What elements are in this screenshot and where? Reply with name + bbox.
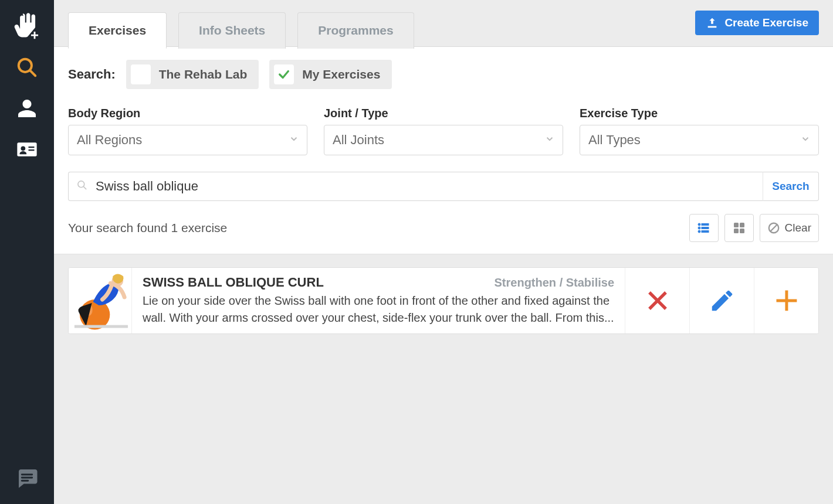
- clear-label: Clear: [785, 222, 811, 234]
- svg-rect-17: [702, 231, 709, 233]
- search-input[interactable]: [68, 172, 763, 201]
- svg-rect-5: [29, 147, 35, 148]
- result-meta: SWISS BALL OBLIQUE CURL Strengthen / Sta…: [132, 268, 625, 333]
- check-icon: [277, 68, 290, 81]
- result-description: Lie on your side over the Swiss ball wit…: [143, 292, 614, 326]
- source-chip-label: The Rehab Lab: [159, 67, 248, 81]
- search-sources-label: Search:: [68, 67, 116, 82]
- body-region-select[interactable]: [68, 125, 307, 155]
- sidebar-chat[interactable]: [9, 457, 45, 498]
- svg-rect-15: [702, 227, 709, 229]
- filter-body-region: Body Region: [68, 107, 307, 155]
- filter-label: Exercise Type: [580, 107, 819, 120]
- sidebar-search[interactable]: [9, 47, 45, 88]
- hand-logo-icon: [12, 11, 42, 42]
- tabs: Exercises Info Sheets Programmes: [68, 12, 414, 48]
- edit-button[interactable]: [689, 268, 754, 333]
- sidebar-profile[interactable]: [9, 88, 45, 129]
- sidebar-logo[interactable]: [9, 6, 45, 47]
- source-chip-myexercises[interactable]: My Exercises: [269, 60, 392, 89]
- add-button[interactable]: [754, 268, 818, 333]
- create-exercise-label: Create Exercise: [724, 16, 808, 29]
- filter-label: Body Region: [68, 107, 307, 120]
- svg-point-12: [698, 223, 700, 226]
- chat-icon: [15, 465, 39, 490]
- svg-rect-21: [740, 229, 744, 233]
- svg-rect-18: [734, 223, 739, 227]
- svg-point-16: [698, 230, 700, 233]
- checkbox-unchecked: [131, 64, 151, 84]
- source-chip-label: My Exercises: [302, 67, 380, 81]
- person-icon: [16, 98, 38, 119]
- create-exercise-button[interactable]: Create Exercise: [695, 11, 819, 35]
- svg-point-4: [21, 147, 26, 151]
- list-view-button[interactable]: [689, 214, 719, 242]
- tab-label: Programmes: [318, 23, 393, 37]
- svg-rect-6: [29, 149, 35, 151]
- exercise-type-select[interactable]: [580, 125, 819, 155]
- svg-rect-13: [702, 224, 709, 226]
- pencil-icon: [709, 287, 736, 314]
- results-summary-row: Your search found 1 exercise Clear: [68, 214, 819, 242]
- top-bar: Exercises Info Sheets Programmes Create …: [54, 0, 833, 47]
- checkbox-checked: [274, 64, 294, 84]
- svg-point-14: [698, 227, 700, 229]
- filters-panel: Search: The Rehab Lab My Exercises Body …: [54, 47, 833, 254]
- clear-icon: [767, 222, 780, 234]
- id-card-icon: [15, 138, 39, 161]
- close-icon: [644, 287, 671, 314]
- upload-icon: [706, 16, 719, 29]
- svg-rect-28: [75, 325, 128, 328]
- results-summary: Your search found 1 exercise: [68, 221, 227, 235]
- tab-label: Exercises: [89, 23, 146, 37]
- joint-type-select[interactable]: [324, 125, 563, 155]
- tab-label: Info Sheets: [199, 23, 265, 37]
- search-sources-row: Search: The Rehab Lab My Exercises: [68, 60, 819, 89]
- tab-info-sheets[interactable]: Info Sheets: [178, 12, 286, 49]
- delete-button[interactable]: [625, 268, 689, 333]
- svg-rect-20: [734, 229, 739, 233]
- search-button[interactable]: Search: [763, 172, 819, 201]
- search-row: Search: [68, 172, 819, 201]
- view-controls: Clear: [689, 214, 819, 242]
- tab-exercises[interactable]: Exercises: [68, 12, 167, 49]
- svg-line-23: [770, 224, 777, 231]
- clear-button[interactable]: Clear: [760, 214, 819, 242]
- grid-icon: [732, 221, 746, 235]
- result-tag: Strengthen / Stabilise: [495, 276, 614, 290]
- filter-label: Joint / Type: [324, 107, 563, 120]
- result-thumbnail[interactable]: [69, 268, 132, 333]
- result-card: SWISS BALL OBLIQUE CURL Strengthen / Sta…: [68, 267, 819, 334]
- result-actions: [625, 268, 818, 333]
- grid-view-button[interactable]: [724, 214, 754, 242]
- svg-line-2: [30, 70, 36, 76]
- search-icon: [76, 179, 88, 193]
- svg-rect-19: [740, 223, 744, 227]
- exercise-thumbnail-image: [69, 268, 131, 333]
- source-chip-rehablab[interactable]: The Rehab Lab: [126, 60, 259, 89]
- plus-icon: [773, 287, 800, 314]
- filter-selects-row: Body Region Joint / Type Exercise Type: [68, 107, 819, 155]
- sidebar-contacts[interactable]: [9, 129, 45, 170]
- tab-programmes[interactable]: Programmes: [297, 12, 414, 49]
- main-panel: Exercises Info Sheets Programmes Create …: [54, 0, 833, 504]
- filter-exercise-type: Exercise Type: [580, 107, 819, 155]
- sidebar: [0, 0, 54, 504]
- search-button-label: Search: [772, 180, 809, 192]
- filter-joint-type: Joint / Type: [324, 107, 563, 155]
- results-area: SWISS BALL OBLIQUE CURL Strengthen / Sta…: [54, 254, 833, 504]
- svg-line-11: [84, 187, 86, 189]
- list-icon: [697, 221, 711, 235]
- search-icon: [16, 56, 38, 79]
